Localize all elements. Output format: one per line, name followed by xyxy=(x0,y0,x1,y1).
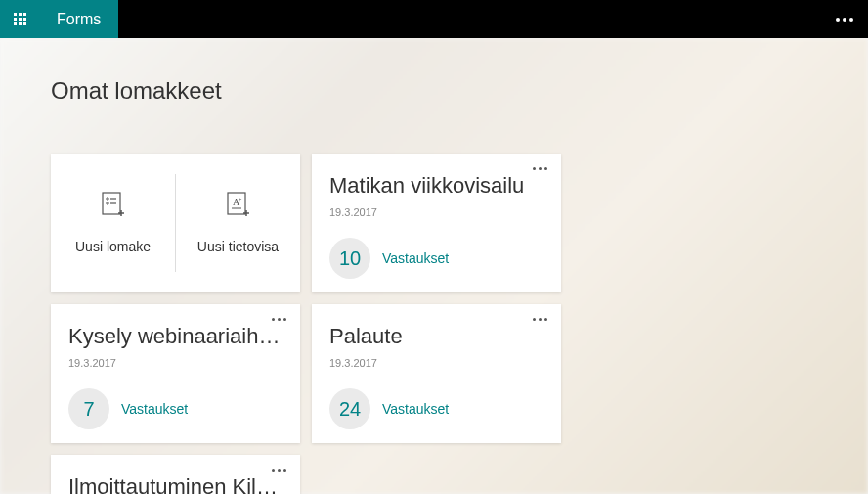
new-tile: Uusi lomake A + Uusi tietovisa xyxy=(51,154,300,292)
response-count: 10 xyxy=(329,238,370,279)
form-card[interactable]: Palaute 19.3.2017 24 Vastaukset xyxy=(312,304,561,443)
form-title: Matikan viikkovisailu xyxy=(329,173,543,199)
responses-label: Vastaukset xyxy=(121,401,188,417)
card-footer: 7 Vastaukset xyxy=(68,388,282,429)
new-quiz-icon: A + xyxy=(225,192,252,219)
ellipsis-icon xyxy=(836,18,853,22)
svg-point-3 xyxy=(106,202,108,204)
main-content: Omat lomakkeet Uusi lomake xyxy=(0,38,868,494)
app-launcher-button[interactable] xyxy=(0,0,39,38)
ellipsis-icon xyxy=(533,318,547,321)
forms-grid: Uusi lomake A + Uusi tietovisa xyxy=(51,154,817,494)
page-title: Omat lomakkeet xyxy=(51,77,817,105)
new-quiz-label: Uusi tietovisa xyxy=(197,239,279,254)
new-form-button[interactable]: Uusi lomake xyxy=(51,154,175,292)
app-name[interactable]: Forms xyxy=(39,0,118,38)
response-count: 24 xyxy=(329,388,370,429)
header-more-button[interactable] xyxy=(821,0,868,38)
form-title: Ilmoittautuminen Kil… xyxy=(68,474,282,494)
card-more-button[interactable] xyxy=(268,314,290,325)
responses-label: Vastaukset xyxy=(382,250,449,266)
form-date: 19.3.2017 xyxy=(329,357,543,369)
new-quiz-button[interactable]: A + Uusi tietovisa xyxy=(176,154,300,292)
new-form-icon xyxy=(100,192,127,219)
app-header: Forms xyxy=(0,0,868,38)
form-card[interactable]: Matikan viikkovisailu 19.3.2017 10 Vasta… xyxy=(312,154,561,292)
card-footer: 10 Vastaukset xyxy=(329,238,543,279)
response-count: 7 xyxy=(68,388,109,429)
form-date: 19.3.2017 xyxy=(68,357,282,369)
card-more-button[interactable] xyxy=(529,163,551,174)
ellipsis-icon xyxy=(272,318,286,321)
waffle-icon xyxy=(14,13,26,25)
form-title: Kysely webinaariaihe… xyxy=(68,324,282,349)
card-footer: 24 Vastaukset xyxy=(329,388,543,429)
form-title: Palaute xyxy=(329,324,543,349)
svg-point-1 xyxy=(106,198,108,200)
responses-label: Vastaukset xyxy=(382,401,449,417)
form-card[interactable]: Ilmoittautuminen Kil… 25.2.2017 38 Vasta… xyxy=(51,455,300,494)
card-more-button[interactable] xyxy=(529,314,551,325)
ellipsis-icon xyxy=(533,167,547,170)
new-form-label: Uusi lomake xyxy=(75,239,151,254)
ellipsis-icon xyxy=(272,469,286,472)
card-more-button[interactable] xyxy=(268,465,290,475)
form-card[interactable]: Kysely webinaariaihe… 19.3.2017 7 Vastau… xyxy=(51,304,300,443)
svg-text:+: + xyxy=(239,197,242,202)
form-date: 19.3.2017 xyxy=(329,206,543,218)
